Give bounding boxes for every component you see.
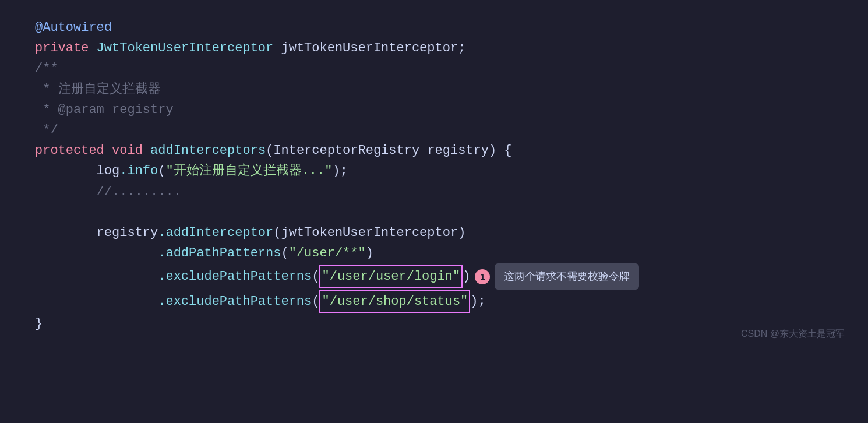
line-dots: //......... xyxy=(35,182,833,202)
exclude1-method: .excludePathPatterns xyxy=(158,266,312,287)
line-comment2: * 注册自定义拦截器 xyxy=(35,79,833,100)
line-registry: registry.addInterceptor(jwtTokenUserInte… xyxy=(35,223,833,243)
line-exclude1: .excludePathPatterns("/user/user/login")… xyxy=(35,263,833,290)
comment-desc: * 注册自定义拦截器 xyxy=(35,79,161,100)
line-exclude2: .excludePathPatterns("/user/shop/status"… xyxy=(35,290,833,313)
tooltip-badge: 1 xyxy=(475,269,490,284)
add-interceptor-method: .addInterceptor xyxy=(158,223,273,243)
line-method-sig: protected void addInterceptors (Intercep… xyxy=(35,140,833,161)
highlight-login: "/user/user/login" xyxy=(319,265,463,288)
line-empty xyxy=(35,202,833,223)
tooltip-text: 这两个请求不需要校验令牌 xyxy=(495,263,639,290)
log-string: "开始注册自定义拦截器..." xyxy=(165,161,332,181)
line-comment4: */ xyxy=(35,120,833,140)
log-paren: ( xyxy=(158,161,165,181)
watermark: CSDN @东大资土是冠军 xyxy=(741,326,845,341)
line-field: private JwtTokenUserInterceptor jwtToken… xyxy=(35,38,833,58)
add-path-indent xyxy=(35,243,158,263)
add-path-paren2: ) xyxy=(366,243,373,263)
exclude2-string: "/user/shop/status" xyxy=(322,294,468,309)
annotation: @Autowired xyxy=(35,17,112,38)
comment-close: */ xyxy=(35,120,58,140)
exclude2-end: ); xyxy=(470,291,485,312)
method-name: addInterceptors xyxy=(143,140,266,161)
add-path-string: "/user/**" xyxy=(289,243,366,263)
registry-obj: registry xyxy=(35,223,158,243)
keyword-void: void xyxy=(104,140,143,161)
type-name: JwtTokenUserInterceptor xyxy=(89,38,273,58)
keyword-private: private xyxy=(35,38,89,58)
log-end: ); xyxy=(332,161,347,181)
line-close-brace: } xyxy=(35,313,833,334)
comment-open: /** xyxy=(35,58,58,79)
exclude1-indent xyxy=(35,266,158,287)
exclude2-indent xyxy=(35,291,158,312)
exclude2-method: .excludePathPatterns xyxy=(158,291,312,312)
exclude1-paren1: ( xyxy=(312,266,319,287)
line-add-path: .addPathPatterns("/user/**") xyxy=(35,243,833,263)
comment-param: * @param registry xyxy=(35,100,174,120)
line-autowired: @Autowired xyxy=(35,17,833,38)
line-log: log.info("开始注册自定义拦截器..."); xyxy=(35,161,833,181)
log-method: .info xyxy=(119,161,158,181)
highlight-status: "/user/shop/status" xyxy=(319,290,470,313)
method-params: (InterceptorRegistry registry) { xyxy=(266,140,511,161)
log-obj: log xyxy=(35,161,119,181)
access-modifier: protected xyxy=(35,140,104,161)
comment-dots: //......... xyxy=(35,182,181,202)
close-brace: } xyxy=(35,313,43,334)
exclude1-string: "/user/user/login" xyxy=(322,269,460,284)
add-path-method: .addPathPatterns xyxy=(158,243,281,263)
var-name: jwtTokenUserInterceptor; xyxy=(273,38,465,58)
line-comment1: /** xyxy=(35,58,833,79)
exclude1-paren2: ) xyxy=(463,266,470,287)
add-path-paren1: ( xyxy=(281,243,288,263)
add-interceptor-arg: (jwtTokenUserInterceptor) xyxy=(273,223,465,243)
code-block: @Autowired private JwtTokenUserIntercept… xyxy=(0,0,868,351)
line-comment3: * @param registry xyxy=(35,100,833,120)
exclude2-paren1: ( xyxy=(312,291,319,312)
